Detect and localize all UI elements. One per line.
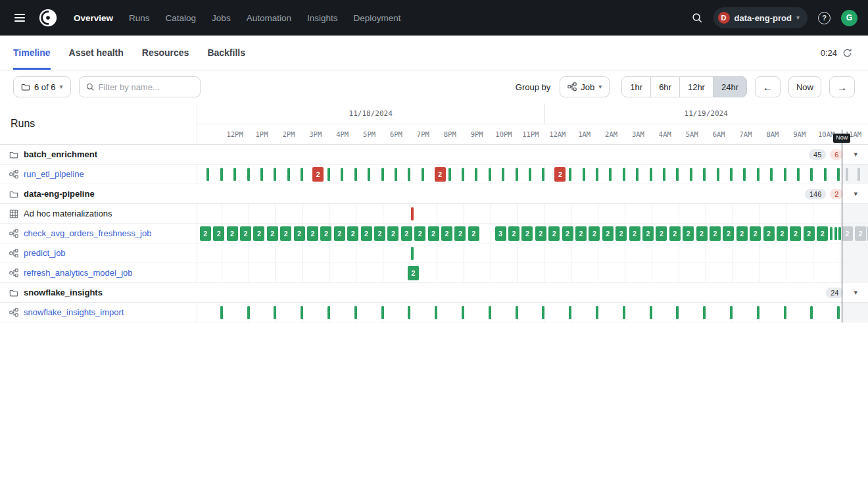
run-marker[interactable]: 2 xyxy=(683,226,694,241)
run-marker[interactable]: 2 xyxy=(656,226,667,241)
run-marker[interactable] xyxy=(636,168,639,181)
run-marker[interactable] xyxy=(583,168,585,181)
page-left-button[interactable]: ← xyxy=(755,76,781,97)
range-6hr[interactable]: 6hr xyxy=(650,76,680,97)
run-marker[interactable] xyxy=(676,306,679,319)
run-marker[interactable] xyxy=(838,227,841,240)
row-title[interactable]: predict_job xyxy=(24,248,66,258)
run-marker[interactable] xyxy=(834,227,837,240)
tab-backfills[interactable]: Backfills xyxy=(207,36,245,70)
run-marker[interactable]: 2 xyxy=(589,226,600,241)
run-marker[interactable] xyxy=(220,168,223,181)
run-marker[interactable] xyxy=(368,168,370,181)
run-marker[interactable] xyxy=(569,168,571,181)
run-marker[interactable] xyxy=(408,168,410,181)
run-marker[interactable] xyxy=(810,306,813,319)
run-marker[interactable]: 2 xyxy=(267,226,278,241)
run-marker[interactable] xyxy=(837,168,840,181)
run-marker[interactable]: 2 xyxy=(334,226,345,241)
run-marker[interactable]: 2 xyxy=(312,167,324,182)
run-marker[interactable] xyxy=(411,247,414,260)
run-marker[interactable] xyxy=(408,306,410,319)
run-marker[interactable] xyxy=(810,168,813,181)
row-title[interactable]: refresh_analytics_model_job xyxy=(24,268,132,278)
nav-catalog[interactable]: Catalog xyxy=(166,13,197,23)
run-marker[interactable]: 2 xyxy=(468,226,479,241)
run-marker[interactable] xyxy=(354,306,357,319)
nav-insights[interactable]: Insights xyxy=(307,13,338,23)
menu-icon[interactable] xyxy=(11,9,29,27)
run-marker[interactable] xyxy=(690,168,692,181)
group-by-dropdown[interactable]: Job ▾ xyxy=(560,76,610,97)
run-marker[interactable] xyxy=(516,306,518,319)
run-marker[interactable]: 2 xyxy=(562,226,573,241)
run-marker[interactable]: 2 xyxy=(240,226,251,241)
run-marker[interactable] xyxy=(301,168,303,181)
run-marker[interactable]: 2 xyxy=(374,226,385,241)
run-marker[interactable] xyxy=(529,168,531,181)
run-marker[interactable]: 2 xyxy=(414,226,425,241)
run-marker[interactable]: 2 xyxy=(575,226,587,241)
run-marker[interactable]: 2 xyxy=(535,226,546,241)
run-marker[interactable]: 2 xyxy=(750,226,761,241)
run-marker[interactable]: 2 xyxy=(521,226,533,241)
collapse-caret-icon[interactable]: ▾ xyxy=(852,288,859,297)
help-icon[interactable]: ? xyxy=(815,9,833,27)
run-marker[interactable] xyxy=(489,306,491,319)
run-marker[interactable] xyxy=(650,306,652,319)
run-marker[interactable] xyxy=(354,168,357,181)
run-marker[interactable] xyxy=(784,306,786,319)
run-marker[interactable] xyxy=(381,168,384,181)
run-marker[interactable]: 2 xyxy=(855,226,866,241)
search-icon[interactable] xyxy=(688,9,706,26)
run-marker[interactable] xyxy=(422,168,424,181)
run-marker[interactable]: 2 xyxy=(294,226,305,241)
run-marker[interactable] xyxy=(462,306,464,319)
run-marker[interactable] xyxy=(247,306,250,319)
run-marker[interactable]: 2 xyxy=(508,226,519,241)
range-24hr[interactable]: 24hr xyxy=(713,76,747,97)
run-marker[interactable] xyxy=(220,306,223,319)
row-title[interactable]: snowflake_insights_import xyxy=(24,307,124,317)
nav-deployment[interactable]: Deployment xyxy=(353,13,400,23)
run-marker[interactable] xyxy=(797,168,800,181)
run-marker[interactable]: 2 xyxy=(602,226,614,241)
nav-jobs[interactable]: Jobs xyxy=(212,13,231,23)
run-marker[interactable]: 2 xyxy=(441,226,452,241)
run-marker[interactable]: 2 xyxy=(642,226,654,241)
run-marker[interactable]: 2 xyxy=(804,226,815,241)
run-marker[interactable]: 2 xyxy=(763,226,775,241)
run-marker[interactable]: 2 xyxy=(554,167,566,182)
page-right-button[interactable]: → xyxy=(829,76,855,97)
run-marker[interactable] xyxy=(274,306,276,319)
run-marker[interactable] xyxy=(596,306,598,319)
run-marker[interactable] xyxy=(703,306,706,319)
run-marker[interactable] xyxy=(784,168,786,181)
run-marker[interactable] xyxy=(650,168,652,181)
run-marker[interactable]: 2 xyxy=(280,226,291,241)
run-marker[interactable] xyxy=(703,168,706,181)
run-marker[interactable] xyxy=(824,168,827,181)
run-marker[interactable] xyxy=(411,207,414,220)
run-marker[interactable] xyxy=(623,168,625,181)
run-marker[interactable] xyxy=(327,306,330,319)
run-marker[interactable] xyxy=(435,306,437,319)
refresh-icon[interactable] xyxy=(842,48,852,58)
run-marker[interactable]: 2 xyxy=(213,226,224,241)
run-marker[interactable] xyxy=(395,168,397,181)
run-marker[interactable]: 2 xyxy=(408,266,419,280)
now-button[interactable]: Now xyxy=(788,76,821,97)
run-marker[interactable]: 2 xyxy=(401,226,412,241)
run-marker[interactable] xyxy=(287,168,290,181)
run-marker[interactable] xyxy=(663,168,665,181)
range-12hr[interactable]: 12hr xyxy=(679,76,713,97)
tab-asset-health[interactable]: Asset health xyxy=(69,36,124,70)
run-marker[interactable]: 2 xyxy=(347,226,358,241)
run-marker[interactable] xyxy=(274,168,276,181)
run-marker[interactable]: 2 xyxy=(790,226,801,241)
run-marker[interactable]: 2 xyxy=(736,226,748,241)
run-marker[interactable] xyxy=(569,306,571,319)
run-marker[interactable]: 2 xyxy=(723,226,734,241)
run-marker[interactable] xyxy=(730,168,733,181)
run-marker[interactable] xyxy=(341,168,343,181)
